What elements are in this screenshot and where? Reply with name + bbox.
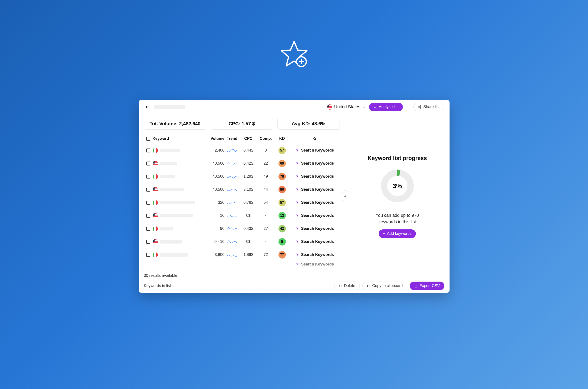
row-checkbox[interactable] xyxy=(146,240,150,244)
it-flag-icon xyxy=(153,200,158,205)
cell-comp: 8 xyxy=(257,148,275,153)
cell-trend xyxy=(224,188,240,192)
cell-comp: - xyxy=(257,239,275,244)
keyword-skeleton xyxy=(160,253,188,257)
row-checkbox[interactable] xyxy=(146,188,150,192)
table-body: 2,4000.44$857Search Keywords40,5000.42$2… xyxy=(144,144,340,271)
divider xyxy=(408,103,408,111)
keywords-in-list-label: Keywords in list: ... xyxy=(144,284,177,288)
progress-title: Keyword list progress xyxy=(368,155,427,162)
expand-panel-button[interactable] xyxy=(342,190,348,202)
cell-comp: 54 xyxy=(257,200,275,205)
it-flag-icon xyxy=(153,252,158,258)
trash-icon xyxy=(339,284,342,288)
us-flag-icon xyxy=(327,104,332,110)
row-checkbox[interactable] xyxy=(146,214,150,218)
cell-cpc: 1.86$ xyxy=(240,253,257,257)
search-keywords-link[interactable]: Search Keywords xyxy=(301,187,334,192)
us-flag-icon xyxy=(153,187,158,192)
kd-badge: 57 xyxy=(279,147,286,154)
kd-badge: 5 xyxy=(279,238,286,246)
cell-comp: 49 xyxy=(257,174,275,179)
keyword-skeleton xyxy=(160,149,180,152)
table-row: 40,5000.42$2269Search Keywords xyxy=(144,157,340,170)
cell-volume: 90 xyxy=(205,226,224,231)
export-csv-button[interactable]: Export CSV xyxy=(410,282,444,290)
svg-point-7 xyxy=(420,107,421,108)
analyze-list-button[interactable]: Analyze list xyxy=(369,103,403,111)
cell-volume: 40,500 xyxy=(205,161,224,166)
col-comp[interactable]: Comp. xyxy=(257,136,275,141)
row-checkbox[interactable] xyxy=(146,201,150,205)
search-keywords-link[interactable]: Search Keywords xyxy=(301,253,334,257)
analyze-icon xyxy=(295,262,299,267)
svg-point-8 xyxy=(313,137,315,139)
search-keywords-link[interactable]: Search Keywords xyxy=(301,262,334,267)
search-keywords-link[interactable]: Search Keywords xyxy=(301,174,334,179)
cell-volume: 0 - 10 xyxy=(205,239,224,244)
table-row: 100$-12Search Keywords xyxy=(144,209,340,222)
search-keywords-link[interactable]: Search Keywords xyxy=(301,200,334,205)
footer: Keywords in list: ... Delete Copy to cli… xyxy=(139,279,450,293)
analyze-icon xyxy=(295,161,299,166)
analyze-icon xyxy=(295,239,299,244)
clipboard-icon xyxy=(367,284,371,288)
row-checkbox[interactable] xyxy=(146,149,150,152)
table-row: 3200.76$5457Search Keywords xyxy=(144,196,340,209)
row-checkbox[interactable] xyxy=(146,227,150,231)
add-keywords-button[interactable]: + Add keywords xyxy=(379,229,416,238)
search-keywords-link[interactable]: Search Keywords xyxy=(301,161,334,166)
back-button[interactable] xyxy=(144,103,151,110)
stats-row: Tot. Volume: 2,482,640 CPC: 1.57 $ Avg K… xyxy=(139,114,345,133)
star-add-icon xyxy=(279,39,309,70)
svg-point-6 xyxy=(418,106,419,107)
row-checkbox[interactable] xyxy=(146,162,150,165)
cell-trend xyxy=(224,200,240,205)
search-keywords-link[interactable]: Search Keywords xyxy=(301,226,334,231)
cell-trend xyxy=(224,240,240,244)
share-list-button[interactable]: Share list xyxy=(413,103,444,111)
analyze-icon xyxy=(295,200,299,205)
copy-clipboard-button[interactable]: Copy to clipboard xyxy=(362,282,407,290)
country-selector[interactable]: United States ⌄ xyxy=(327,104,366,110)
analyze-icon xyxy=(295,226,299,231)
col-cpc[interactable]: CPC xyxy=(240,136,257,141)
it-flag-icon xyxy=(153,226,158,231)
table-row-peek: Search Keywords xyxy=(144,261,340,267)
search-keywords-link[interactable]: Search Keywords xyxy=(301,213,334,218)
keyword-skeleton xyxy=(160,175,175,178)
cell-volume: 10 xyxy=(205,213,224,218)
select-all-checkbox[interactable] xyxy=(146,137,150,141)
row-checkbox[interactable] xyxy=(146,253,150,257)
cell-volume: 2,400 xyxy=(205,148,224,153)
cell-cpc: 0.43$ xyxy=(240,226,257,231)
progress-panel: Keyword list progress 3% You can add up … xyxy=(345,114,450,279)
table-row: 900.43$2743Search Keywords xyxy=(144,222,340,235)
progress-hint: You can add up to 970keywords in this li… xyxy=(376,212,419,225)
analyze-icon xyxy=(295,187,299,192)
it-flag-icon xyxy=(153,148,158,153)
row-checkbox[interactable] xyxy=(146,175,150,179)
col-keyword[interactable]: Keyword xyxy=(153,136,205,141)
keyword-skeleton xyxy=(160,162,177,165)
cell-cpc: 0$ xyxy=(240,213,257,218)
col-volume[interactable]: Volume xyxy=(205,136,224,141)
delete-button[interactable]: Delete xyxy=(334,282,360,290)
list-title-skeleton xyxy=(154,105,185,109)
col-trend[interactable]: Trend xyxy=(224,136,240,141)
copy-label: Copy to clipboard xyxy=(372,284,402,288)
cell-volume: 40,500 xyxy=(205,187,224,192)
cell-comp: 72 xyxy=(257,253,275,257)
cell-volume: 320 xyxy=(205,200,224,205)
kd-badge: 77 xyxy=(279,251,286,259)
country-label: United States xyxy=(334,104,360,109)
keyword-skeleton xyxy=(160,214,193,217)
search-keywords-link[interactable]: Search Keywords xyxy=(301,148,334,153)
col-kd[interactable]: KD xyxy=(275,136,290,141)
app-window: United States ⌄ Analyze list Share list … xyxy=(139,100,450,293)
stat-kd: Avg KD: 48.6% xyxy=(277,118,340,130)
search-keywords-link[interactable]: Search Keywords xyxy=(301,239,334,244)
cell-trend xyxy=(224,214,240,218)
chevron-down-icon: ⌄ xyxy=(363,105,366,109)
cell-volume: 3,600 xyxy=(205,253,224,257)
